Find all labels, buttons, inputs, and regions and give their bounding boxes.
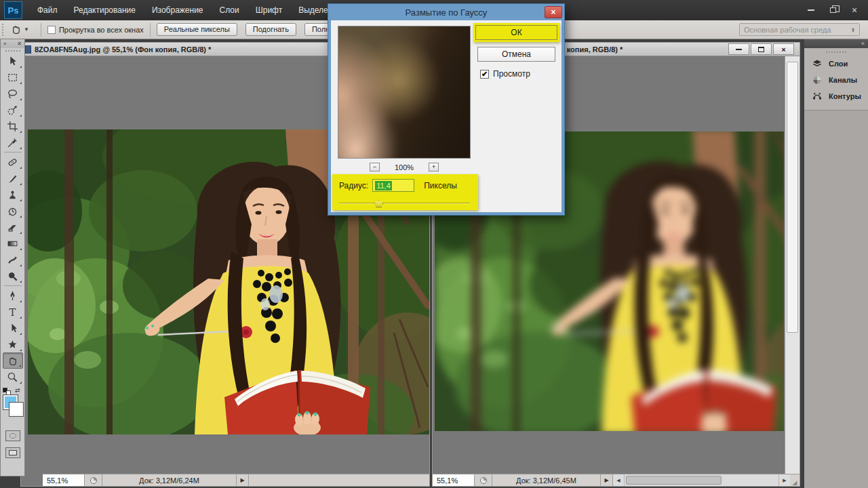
move-tool[interactable] [3, 53, 23, 69]
document-size-info: Док: 3,12M/6,45M [492, 474, 601, 486]
cancel-button[interactable]: Отмена [477, 47, 555, 62]
tool-flyout-corner [20, 264, 22, 266]
type-tool[interactable]: T [3, 304, 23, 320]
scrollbar-track[interactable] [624, 474, 779, 486]
tool-flyout-corner [20, 82, 22, 84]
doc-maximize-button[interactable] [751, 43, 772, 55]
marquee-tool[interactable] [3, 69, 23, 85]
background-color-swatch[interactable] [9, 403, 23, 416]
tools-palette: » ✕ T ⇄ [0, 39, 25, 476]
preview-option[interactable]: ✔ Просмотр [480, 69, 530, 79]
status-menu-arrow[interactable]: ▶ [237, 474, 249, 486]
dialog-title-bar[interactable]: Размытие по Гауссу × [328, 4, 564, 20]
dialog-close-button[interactable]: × [545, 6, 562, 18]
pen-tool[interactable] [3, 287, 23, 304]
collapse-panels-icon: « [861, 40, 865, 47]
preview-checkbox[interactable]: ✔ [480, 70, 489, 79]
gradient-tool[interactable] [3, 235, 23, 251]
restore-icon [830, 7, 836, 13]
scroll-right-arrow[interactable]: ▶ [779, 474, 790, 486]
zoom-in-button[interactable]: + [429, 163, 439, 171]
healing-brush-tool[interactable] [3, 154, 23, 170]
hand-tool-preset[interactable]: ▼ [10, 24, 29, 35]
zoom-tool[interactable] [3, 369, 23, 385]
preview-label: Просмотр [493, 69, 530, 79]
doc-close-button[interactable]: × [773, 43, 794, 55]
fit-on-screen-button[interactable]: Подогнать [245, 23, 296, 36]
options-grip [2, 24, 6, 36]
path-select-tool[interactable] [3, 320, 23, 336]
history-brush-tool[interactable] [3, 203, 23, 219]
slider-thumb[interactable] [374, 200, 383, 207]
tool-flyout-corner [20, 216, 22, 218]
lasso-tool[interactable] [3, 85, 23, 102]
smudge-tool[interactable] [3, 251, 23, 268]
panel-tab-channels[interactable]: Каналы [804, 72, 868, 88]
svg-text:T: T [9, 306, 16, 318]
panel-tab-layers[interactable]: Слои [804, 56, 868, 72]
channels-icon [811, 75, 823, 85]
menu-item[interactable]: Редактирование [66, 0, 144, 20]
screen-mode-button[interactable] [5, 447, 20, 458]
chevron-down-icon: ▼ [24, 26, 29, 33]
quick-mask-button[interactable] [5, 430, 20, 441]
scrollbar-thumb[interactable] [626, 476, 722, 485]
radius-units: Пикселы [424, 181, 457, 190]
actual-pixels-button[interactable]: Реальные пикселы [157, 23, 237, 36]
zoom-level-field[interactable]: 55,1% [43, 474, 85, 486]
panel-tab-paths[interactable]: Контуры [804, 88, 868, 104]
shape-tool[interactable] [3, 336, 23, 352]
menu-item[interactable]: Слои [212, 0, 248, 20]
resize-grip[interactable]: ◢ [790, 474, 800, 486]
default-colors-icon[interactable] [6, 390, 11, 395]
close-icon[interactable]: ✕ [17, 41, 22, 47]
minimize-icon [736, 49, 742, 50]
blur-preview[interactable] [338, 26, 471, 159]
hand-tool[interactable] [3, 352, 23, 369]
menu-item[interactable]: Шрифт [248, 0, 290, 20]
tool-flyout-corner [20, 115, 22, 117]
eraser-tool[interactable] [3, 219, 23, 235]
menu-item[interactable]: Файл [29, 0, 66, 20]
radius-highlight: Радиус: 11,4 Пикселы [332, 174, 478, 210]
quick-mask-icon [9, 433, 16, 439]
eyedropper-tool[interactable] [3, 134, 23, 150]
scroll-all-windows-checkbox[interactable] [47, 26, 56, 34]
collapse-arrows-icon[interactable]: » [3, 41, 6, 47]
swap-colors-icon[interactable]: ⇄ [15, 387, 20, 394]
scrollbar-thumb[interactable] [787, 62, 798, 333]
tool-flyout-corner [20, 333, 22, 335]
quick-select-tool[interactable] [3, 102, 23, 118]
crop-tool[interactable] [3, 118, 23, 134]
zoom-level-field[interactable]: 55,1% [433, 474, 475, 486]
status-menu-arrow[interactable]: ▶ [601, 474, 613, 486]
tool-flyout-corner [20, 183, 22, 185]
app-minimize-button[interactable] [800, 3, 822, 18]
scroll-all-windows-option[interactable]: Прокрутка во всех окнах [47, 26, 144, 34]
document-size-info: Док: 3,12M/6,24M [102, 474, 237, 486]
radius-slider[interactable] [339, 200, 470, 207]
doc-minimize-button[interactable] [728, 43, 749, 55]
screen-mode-icon [9, 450, 17, 455]
scroll-left-arrow[interactable]: ◀ [613, 474, 624, 486]
menu-item[interactable]: Изображение [144, 0, 212, 20]
vertical-scrollbar[interactable] [785, 56, 800, 474]
dock-header[interactable]: « [804, 39, 868, 48]
brush-tool[interactable] [3, 170, 23, 186]
panel-dock: « СлоиКаналыКонтуры [804, 39, 868, 488]
app-close-button[interactable]: × [844, 3, 865, 18]
separator [4, 152, 22, 152]
app-restore-button[interactable] [822, 3, 844, 18]
workspace-selector[interactable]: Основная рабочая среда ▲▼ [739, 23, 860, 36]
clone-stamp-tool[interactable] [3, 186, 23, 203]
zoom-out-button[interactable]: − [370, 163, 380, 171]
horizontal-scrollbar[interactable]: ◀ ▶ [613, 474, 790, 486]
hand-icon [10, 24, 22, 35]
layers-icon [811, 58, 823, 69]
ok-button[interactable]: ОК [475, 25, 557, 40]
dodge-tool[interactable] [3, 268, 23, 284]
radius-input[interactable]: 11,4 [372, 179, 414, 192]
panels-group: СлоиКаналыКонтуры [804, 48, 868, 110]
radius-value: 11,4 [375, 181, 392, 190]
scroll-all-windows-label: Прокрутка во всех окнах [59, 26, 144, 34]
